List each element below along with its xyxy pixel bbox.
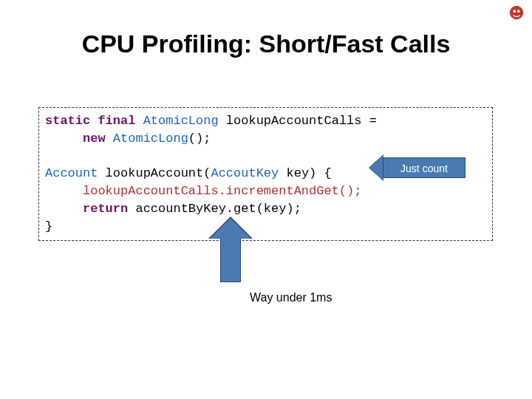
svg-point-1: [513, 10, 516, 13]
svg-point-0: [510, 6, 523, 19]
svg-point-2: [517, 10, 520, 13]
code-line-6: }: [45, 218, 486, 236]
code-line-5: return accountByKey.get(key);: [45, 200, 486, 218]
mascot-icon: [508, 4, 525, 21]
code-line-4: lookupAccountCalls.incrementAndGet();: [45, 183, 486, 200]
callout-way-under-1ms: Way under 1ms: [250, 291, 332, 304]
arrow-left-icon: [369, 155, 383, 180]
code-line-1: static final AtomicLong lookupAccountCal…: [45, 112, 486, 130]
callout-just-count: Just count: [383, 157, 466, 178]
arrow-up-icon: [210, 218, 251, 239]
code-line-2: new AtomicLong();: [45, 130, 486, 148]
arrow-up-shaft: [220, 238, 241, 282]
slide-title: CPU Profiling: Short/Fast Calls: [0, 30, 532, 58]
